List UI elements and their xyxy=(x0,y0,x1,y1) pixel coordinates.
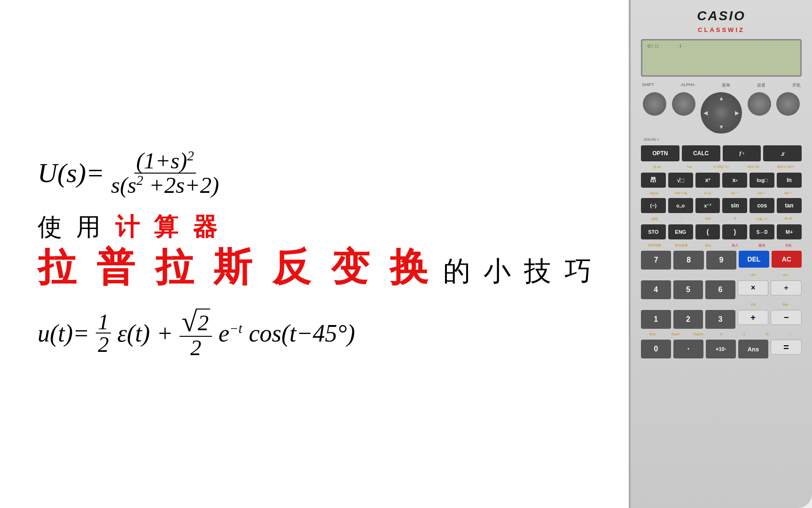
log-btn[interactable]: log□ xyxy=(750,173,774,188)
btn-2[interactable]: 2 xyxy=(673,310,703,329)
btn-3[interactable]: 3 xyxy=(705,310,735,329)
btn-8[interactable]: 8 xyxy=(673,251,703,270)
alpha-label: ALPHA xyxy=(681,82,695,88)
subtitle-block: 使 用 计 算 器 拉 普 拉 斯 反 变 换 的 小 技 巧 xyxy=(38,211,594,288)
dpad-right[interactable]: ▶ xyxy=(735,110,739,117)
num-row2: 4 5 6 × ÷ xyxy=(641,280,802,299)
frac-sqrt2: √2 2 xyxy=(180,308,212,359)
dpad-down[interactable]: ▼ xyxy=(718,124,724,131)
left-panel: U(s)= (1+s)2 s(s2 +2s+2) 使 用 计 算 器 拉 普 拉… xyxy=(0,0,629,508)
ln-btn[interactable]: ln xyxy=(777,173,802,188)
neg-btn[interactable]: (−) xyxy=(641,198,666,213)
menu-label: 菜单 xyxy=(722,82,730,88)
x2-btn[interactable]: x² xyxy=(695,173,720,188)
rand-labels: Rnd Ran# RanInt π e % ≈ xyxy=(639,333,804,336)
shift-btn[interactable] xyxy=(643,92,666,116)
lparen-btn[interactable]: ( xyxy=(695,224,720,239)
xinv-btn[interactable]: x⁻¹ xyxy=(695,198,720,213)
tf-fraction: (1+s)2 s(s2 +2s+2) xyxy=(109,149,221,197)
result-formula-row: u(t)= 1 2 ε(t) + √2 2 e−t cos(t−45°) xyxy=(38,308,355,359)
dpad-up[interactable]: ▲ xyxy=(718,95,724,102)
btn-0[interactable]: 0 xyxy=(641,340,671,358)
plus-sign: + xyxy=(156,319,173,347)
btn-5[interactable]: 5 xyxy=(673,280,703,299)
num-row1: 7 8 9 DEL AC xyxy=(641,251,802,270)
frac-btn[interactable]: 昂 xyxy=(641,173,666,188)
ans-btn[interactable]: Ans xyxy=(738,340,768,358)
tan-btn[interactable]: tan xyxy=(777,198,802,213)
row3-labels: log A₁ FACT B₁ x! C₁ sin⁻¹ cos⁻¹ tan⁻¹ xyxy=(639,191,804,195)
div-btn[interactable]: ÷ xyxy=(771,280,802,295)
solve-label: SOLVE = xyxy=(644,137,659,142)
optn-calc-row: OPTN CALC ƒ-1 𝑥 xyxy=(641,145,802,161)
top-label-row: SHIFT ALPHA 菜单 设置 开机 xyxy=(639,81,804,88)
fn2-btn[interactable]: 𝑥 xyxy=(763,145,802,161)
sd-btn[interactable]: S↔D xyxy=(750,224,774,239)
mul-btn[interactable]: × xyxy=(738,280,769,295)
subtitle-prefix: 使 用 xyxy=(38,213,115,240)
calc-body: CASIO CLASSWIZ √□ □ i SHIFT ALPHA 菜单 设置 … xyxy=(629,0,812,508)
result-formula-block: u(t)= 1 2 ε(t) + √2 2 e−t cos(t−45°) xyxy=(38,308,355,359)
title-big: 拉 普 拉 斯 反 变 换 的 小 技 巧 xyxy=(38,246,594,288)
calc-brand: CASIO xyxy=(639,8,804,24)
sqrt-btn[interactable]: √□ xyxy=(668,173,693,188)
trig-row: (−) o,,o x⁻¹ sin cos tan xyxy=(641,198,802,213)
btn-6[interactable]: 6 xyxy=(705,280,735,299)
ac-btn[interactable]: AC xyxy=(772,251,802,268)
subtitle-line: 使 用 计 算 器 xyxy=(38,211,221,244)
btn-7[interactable]: 7 xyxy=(641,251,671,270)
optn-btn[interactable]: OPTN xyxy=(641,145,679,161)
numrow-labels1: 科学常数 单位换算 复位 插入 撤消 关机 xyxy=(639,243,804,248)
exp-term: e−t xyxy=(219,319,242,347)
sin-btn[interactable]: sin xyxy=(722,198,747,213)
solve-label-row: SOLVE = xyxy=(639,137,804,142)
dpad-center[interactable] xyxy=(714,105,729,120)
cos-term: cos(t−45°) xyxy=(249,319,355,347)
num-row3: 1 2 3 + − xyxy=(641,310,802,329)
eng-btn[interactable]: ENG xyxy=(668,224,693,239)
power-btn[interactable] xyxy=(776,92,800,116)
screen-icons: √□ □ i xyxy=(647,43,681,48)
dpad-left[interactable]: ◀ xyxy=(703,110,708,117)
btn-dot[interactable]: · xyxy=(673,340,703,358)
fn1-btn[interactable]: ƒ-1 xyxy=(723,145,761,161)
rparen-btn[interactable]: ) xyxy=(722,224,747,239)
calculator-panel: CASIO CLASSWIZ √□ □ i SHIFT ALPHA 菜单 设置 … xyxy=(629,0,812,508)
calc-btn-key[interactable]: CALC xyxy=(682,145,720,161)
menu-btn[interactable] xyxy=(748,92,771,116)
odo-btn[interactable]: o,,o xyxy=(668,198,693,213)
screen-cursor: i xyxy=(680,43,681,48)
tf-label: U(s)= xyxy=(38,159,104,187)
calc-screen: √□ □ i xyxy=(641,39,802,77)
transfer-function-formula: U(s)= (1+s)2 s(s2 +2s+2) xyxy=(38,149,221,197)
mem-row: STO ENG ( ) S↔D M+ xyxy=(641,224,802,239)
power-label: 开机 xyxy=(792,82,801,88)
subtitle-highlight: 计 算 器 xyxy=(115,213,221,240)
screen-icon-sqrt: √□ xyxy=(647,43,653,48)
transfer-function-block: U(s)= (1+s)2 s(s2 +2s+2) xyxy=(38,149,221,197)
sto-btn[interactable]: STO xyxy=(641,224,666,239)
btn-4[interactable]: 4 xyxy=(641,280,671,299)
result-label: u(t)= xyxy=(38,319,89,347)
sub-btn[interactable]: − xyxy=(771,310,802,325)
btn-9[interactable]: 9 xyxy=(706,251,736,270)
top-btn-row: ▲ ▼ ◀ ▶ xyxy=(639,91,804,135)
dpad[interactable]: ▲ ▼ ◀ ▶ xyxy=(701,92,742,134)
alpha-btn[interactable] xyxy=(672,92,695,116)
frac-half: 1 2 xyxy=(96,311,110,356)
btn-exp[interactable]: ×10x xyxy=(706,340,736,358)
del-btn[interactable]: DEL xyxy=(739,251,769,268)
math-row1: 昂 √□ x² xn log□ ln xyxy=(641,173,802,188)
cos-btn[interactable]: cos xyxy=(750,198,774,213)
equals-btn[interactable]: = xyxy=(771,340,802,355)
npr-ncr-labels: nPr nCr xyxy=(639,273,804,277)
xn-btn[interactable]: xn xyxy=(722,173,747,188)
add-btn[interactable]: + xyxy=(738,310,769,325)
mplus-btn[interactable]: M+ xyxy=(777,224,802,239)
btn-1[interactable]: 1 xyxy=(641,310,671,329)
pol-rec-labels: Pol Rec xyxy=(639,303,804,306)
settings-label: 设置 xyxy=(757,82,765,88)
epsilon-t: ε(t) xyxy=(117,319,150,347)
row2-labels: 昂+R ³√a x³ DEC √□ HEX 10ⁿ BIN eⁿ OCT xyxy=(639,165,804,170)
tf-numerator: (1+s)2 xyxy=(134,149,196,174)
